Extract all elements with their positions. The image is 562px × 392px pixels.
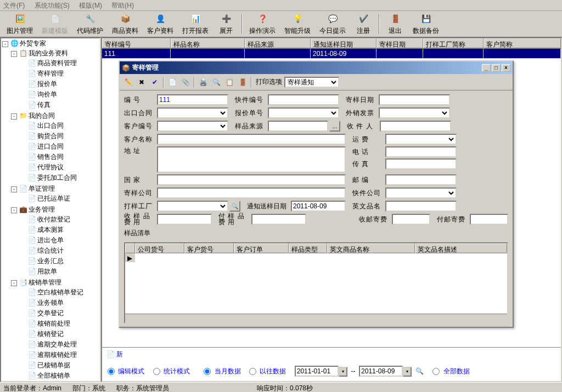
sample-source-input[interactable]: [268, 121, 328, 132]
tree-group[interactable]: 核销单管理: [29, 279, 61, 286]
exit-button[interactable]: 🚪: [237, 76, 249, 88]
tree-item[interactable]: 已托运单证: [37, 195, 70, 202]
toolbar-客户资料[interactable]: 👤客户资料: [143, 11, 178, 37]
delete-button[interactable]: ✖: [136, 76, 148, 88]
expand-icon[interactable]: -: [11, 186, 17, 192]
toolbar-今日提示[interactable]: 💬今日提示: [315, 11, 350, 37]
menu-template[interactable]: 模版(M): [79, 2, 102, 9]
tree-item[interactable]: 委托加工合同: [37, 174, 77, 181]
close-button[interactable]: ×: [502, 64, 510, 72]
tree-item[interactable]: 询价单: [37, 90, 57, 98]
send-company-input[interactable]: [157, 188, 346, 198]
toolbar-图片管理[interactable]: 🖼️图片管理: [2, 11, 37, 37]
expand-icon[interactable]: -: [11, 51, 17, 57]
past-data-radio[interactable]: 以往数据: [249, 367, 286, 375]
tree-group[interactable]: 单证管理: [29, 185, 55, 192]
grid-row-selected[interactable]: 111 2011-08-09: [102, 49, 561, 59]
print-button[interactable]: 🖨️: [197, 76, 209, 88]
tree-item[interactable]: 成本测算: [37, 226, 64, 234]
factory-lookup-button[interactable]: 🔍: [229, 201, 240, 212]
date-from-picker[interactable]: ▾: [339, 367, 347, 377]
postcode-input[interactable]: [385, 174, 457, 185]
express-company-select[interactable]: [385, 188, 457, 198]
send-date-input[interactable]: [379, 94, 450, 105]
tree-item[interactable]: 核销登记: [37, 330, 64, 338]
recv-sample-fee-input[interactable]: [157, 214, 212, 225]
col-header[interactable]: 寄样日期: [376, 38, 423, 48]
tree-item[interactable]: 进口合同: [37, 143, 64, 150]
edit-button[interactable]: ✏️: [122, 76, 134, 88]
tree-item[interactable]: 交单登记: [37, 309, 64, 317]
sub-grid-body[interactable]: [135, 253, 507, 314]
tree-item[interactable]: 出口合同: [37, 122, 64, 129]
quote-no-select[interactable]: [268, 107, 339, 118]
tree-item[interactable]: 空白核销单登记: [37, 288, 83, 296]
invoice-select[interactable]: [379, 107, 450, 118]
notify-date-input[interactable]: [291, 201, 346, 212]
menu-help[interactable]: 帮助(H): [111, 2, 134, 9]
tree-item[interactable]: 业务汇总: [37, 257, 64, 265]
expand-icon[interactable]: -: [11, 113, 17, 120]
tree-item[interactable]: 购货合同: [37, 132, 64, 140]
tree-item[interactable]: 商品资料管理: [37, 59, 77, 67]
phone-input[interactable]: [385, 146, 457, 157]
edit-mode-radio[interactable]: 编辑模式: [108, 367, 144, 375]
tree-item[interactable]: 全部核销单: [37, 372, 70, 379]
minimize-button[interactable]: _: [482, 64, 491, 72]
freight-select[interactable]: [385, 134, 457, 145]
col-header[interactable]: 寄样编号: [102, 38, 171, 48]
date-to-picker[interactable]: ▾: [403, 367, 412, 377]
maximize-button[interactable]: □: [492, 64, 501, 72]
toolbar-打开报表[interactable]: 📊打开报表: [178, 11, 213, 37]
col-header[interactable]: 样品名称: [171, 38, 245, 48]
col-header[interactable]: 样品来源: [245, 38, 311, 48]
search-icon[interactable]: 🔍: [415, 367, 424, 375]
expand-icon[interactable]: -: [11, 280, 17, 286]
sub-grid-scrollbar[interactable]: [125, 314, 507, 322]
new-button[interactable]: 📄: [166, 76, 178, 88]
address-input[interactable]: [157, 146, 346, 173]
dialog-titlebar[interactable]: 📦 寄样管理 _ □ ×: [120, 61, 513, 74]
fax-input[interactable]: [385, 158, 457, 169]
tree-item[interactable]: 寄样管理: [37, 70, 64, 77]
tree-item[interactable]: 逾期交单处理: [37, 340, 77, 348]
expand-icon[interactable]: -: [11, 207, 17, 213]
export-contract-select[interactable]: [157, 107, 228, 118]
tree-item[interactable]: 综合统计: [37, 247, 64, 254]
this-month-radio[interactable]: 当月数据: [204, 367, 240, 375]
toolbar-数据备份[interactable]: 💾数据备份: [408, 11, 443, 37]
express-no-input[interactable]: [268, 94, 339, 105]
toolbar-注册[interactable]: ✔️注册: [350, 11, 376, 37]
tree-item[interactable]: 进出仓单: [37, 236, 64, 244]
id-input[interactable]: [157, 94, 228, 105]
toolbar-代码维护[interactable]: 🔧代码维护: [72, 11, 108, 37]
recipient-input[interactable]: [380, 121, 451, 132]
tree-item[interactable]: 收付款登记: [37, 215, 70, 223]
expand-icon[interactable]: -: [2, 41, 8, 47]
sg-col[interactable]: 英文商品名称: [327, 243, 415, 253]
customer-name-input[interactable]: [157, 134, 346, 145]
date-from-input[interactable]: [295, 366, 339, 377]
country-input[interactable]: [157, 174, 346, 185]
tree-item[interactable]: 已核销单据: [37, 361, 70, 369]
col-header[interactable]: 客户简称: [484, 38, 561, 48]
tree-item[interactable]: 业务领单: [37, 299, 64, 306]
tree-item[interactable]: 用款单: [37, 268, 57, 275]
tree-item[interactable]: 核销前处理: [37, 320, 70, 327]
toolbar-商品资料[interactable]: 📦商品资料: [108, 11, 143, 37]
factory-select[interactable]: [157, 201, 228, 212]
lookup-button[interactable]: ...: [329, 121, 340, 132]
stat-mode-radio[interactable]: 统计模式: [153, 367, 190, 375]
tree-item[interactable]: 报价单: [37, 80, 57, 88]
sg-col[interactable]: 英文品名描述: [415, 243, 507, 253]
col-header[interactable]: 通知送样日期: [311, 38, 376, 48]
preview-button[interactable]: 🔍: [210, 76, 222, 88]
pay-sample-fee-input[interactable]: [251, 214, 306, 225]
confirm-button[interactable]: ✔: [149, 76, 161, 88]
customer-no-select[interactable]: [157, 121, 228, 132]
tree-group[interactable]: 我的合同: [29, 112, 55, 120]
sg-col[interactable]: 公司货号: [135, 243, 184, 253]
export-button[interactable]: 📋: [223, 76, 235, 88]
pay-post-fee-input[interactable]: [470, 214, 508, 225]
toolbar-智能升级[interactable]: 💡智能升级: [280, 11, 315, 37]
